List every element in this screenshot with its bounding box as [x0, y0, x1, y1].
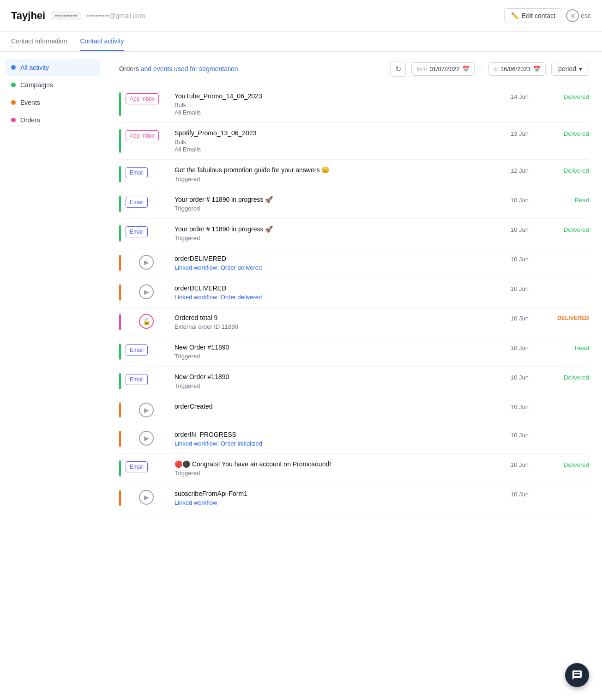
period-button[interactable]: period ▾ [551, 62, 589, 76]
tab-contact-activity[interactable]: Contact activity [80, 32, 124, 51]
contact-id: •••••••••• [51, 11, 81, 20]
row-stripe [119, 314, 121, 330]
list-item: ▶ orderDELIVERED Linked workflow: Order … [119, 248, 589, 278]
row-subtitle: Linked workflow: Order initialized [175, 440, 503, 447]
event-icon: ▶ [139, 255, 154, 270]
esc-label: esc [581, 12, 591, 19]
sidebar-label-all-activity: All activity [20, 64, 49, 71]
row-subtitle: Triggered [175, 234, 503, 241]
refresh-button[interactable]: ↻ [390, 61, 406, 77]
tab-contact-info[interactable]: Contact information [11, 32, 67, 51]
badge-appinbox: App Inbox [126, 130, 159, 141]
row-stripe [119, 129, 121, 153]
row-subtitle: Linked workflow [175, 499, 503, 506]
close-icon: ✕ [566, 9, 579, 22]
list-item: Email New Order #11890 Triggered 10 Jun … [119, 337, 589, 367]
row-title: orderIN_PROGRESS [175, 431, 503, 438]
row-stripe [119, 255, 121, 271]
row-stripe [119, 284, 121, 301]
activity-list: App Inbox YouTube_Promo_14_06_2023 BulkA… [119, 86, 589, 513]
row-sub1: Triggered [175, 382, 200, 389]
contact-email: ••••••••••@gmail.com [86, 12, 145, 19]
row-link[interactable]: Linked workflow: Order delivered [175, 294, 262, 301]
row-date: 10 Jun [511, 284, 548, 292]
list-item: ▶ subscribeFromApi-Form1 Linked workflow… [119, 483, 589, 513]
header-left: Tayjhei •••••••••• ••••••••••@gmail.com [11, 10, 145, 22]
list-item: 🔒 Ordered total 9 External order ID 1189… [119, 308, 589, 337]
chat-icon [572, 670, 583, 681]
sidebar: All activity Campaigns Events Orders [0, 52, 106, 696]
row-content: orderDELIVERED Linked workflow: Order de… [167, 284, 511, 301]
row-sub1: Triggered [175, 205, 200, 212]
row-content: Ordered total 9 External order ID 11890 [167, 314, 511, 330]
row-title: New Order #11890 [175, 344, 503, 351]
event-icon: ▶ [139, 431, 154, 446]
row-subtitle: Triggered [175, 352, 503, 360]
row-status: Read [548, 344, 589, 351]
row-date: 10 Jun [511, 255, 548, 263]
filter-note-text: Orders [119, 65, 139, 72]
row-content: New Order #11890 Triggered [167, 373, 511, 389]
row-sub1: Triggered [175, 175, 200, 182]
date-separator: - [480, 65, 482, 73]
row-link[interactable]: Linked workflow: Order initialized [175, 440, 262, 447]
list-item: ▶ orderIN_PROGRESS Linked workflow: Orde… [119, 424, 589, 454]
row-content: Your order # 11890 in progress 🚀 Trigger… [167, 196, 511, 212]
sidebar-item-campaigns[interactable]: Campaigns [6, 77, 100, 93]
row-subtitle: BulkAll Emails [175, 138, 503, 153]
row-title: Your order # 11890 in progress 🚀 [175, 225, 503, 233]
calendar-icon: 📅 [462, 66, 470, 72]
row-title: Spotify_Promo_13_06_2023 [175, 129, 503, 137]
sidebar-label-campaigns: Campaigns [20, 81, 53, 89]
row-title: Ordered total 9 [175, 314, 503, 321]
filter-note: Orders and events used for segmentation [119, 65, 238, 72]
row-subtitle: Triggered [175, 175, 503, 182]
list-item: Email Your order # 11890 in progress 🚀 T… [119, 189, 589, 219]
event-icon: ▶ [139, 403, 154, 417]
contact-name: Tayjhei [11, 10, 45, 22]
row-title: 🔴⚫ Congrats! You have an account on Prom… [175, 460, 503, 468]
row-link[interactable]: Linked workflow: Order delivered [175, 264, 262, 271]
to-date-input[interactable]: to 16/06/2023 📅 [488, 62, 546, 76]
header-right: ✏️ Edit contact ✕ esc [504, 8, 591, 23]
filter-bar: Orders and events used for segmentation … [119, 61, 589, 77]
edit-contact-button[interactable]: ✏️ Edit contact [504, 8, 562, 23]
row-subtitle: BulkAll Emails [175, 101, 503, 116]
row-stripe [119, 373, 121, 389]
from-date-input[interactable]: from 01/07/2022 📅 [411, 62, 475, 76]
filter-note-link[interactable]: and events used for segmentation [141, 65, 238, 72]
row-stripe [119, 490, 121, 506]
row-date: 10 Jun [511, 225, 548, 233]
sidebar-item-events[interactable]: Events [6, 94, 100, 111]
badge-email: Email [126, 197, 148, 208]
row-status: Delivered [548, 373, 589, 381]
row-date: 10 Jun [511, 431, 548, 439]
sidebar-item-orders[interactable]: Orders [6, 112, 100, 128]
row-status [548, 403, 589, 404]
tabs-bar: Contact information Contact activity [0, 32, 602, 52]
row-title: orderDELIVERED [175, 255, 503, 262]
badge-appinbox: App Inbox [126, 93, 159, 104]
row-content: YouTube_Promo_14_06_2023 BulkAll Emails [167, 92, 511, 116]
row-status: DELIVERED [548, 314, 589, 321]
list-item: Email New Order #11890 Triggered 10 Jun … [119, 367, 589, 396]
events-dot [11, 100, 16, 105]
row-sub2: All Emails [175, 146, 201, 153]
row-status: Delivered [548, 166, 589, 174]
row-content: orderCreated [167, 403, 511, 411]
row-content: Get the fabulous promotion guide for you… [167, 166, 511, 182]
chat-button[interactable] [565, 663, 589, 687]
sidebar-item-all-activity[interactable]: All activity [6, 59, 100, 76]
row-date: 10 Jun [511, 344, 548, 351]
row-content: Spotify_Promo_13_06_2023 BulkAll Emails [167, 129, 511, 153]
header: Tayjhei •••••••••• ••••••••••@gmail.com … [0, 0, 602, 32]
row-status: Delivered [548, 92, 589, 100]
list-item: App Inbox YouTube_Promo_14_06_2023 BulkA… [119, 86, 589, 123]
row-link[interactable]: Linked workflow [175, 499, 217, 506]
list-item: Email Your order # 11890 in progress 🚀 T… [119, 219, 589, 248]
row-stripe [119, 431, 121, 447]
esc-button[interactable]: ✕ esc [566, 9, 591, 22]
to-label: to [494, 66, 498, 72]
row-sub1: Bulk [175, 139, 186, 145]
badge-email: Email [126, 167, 148, 178]
